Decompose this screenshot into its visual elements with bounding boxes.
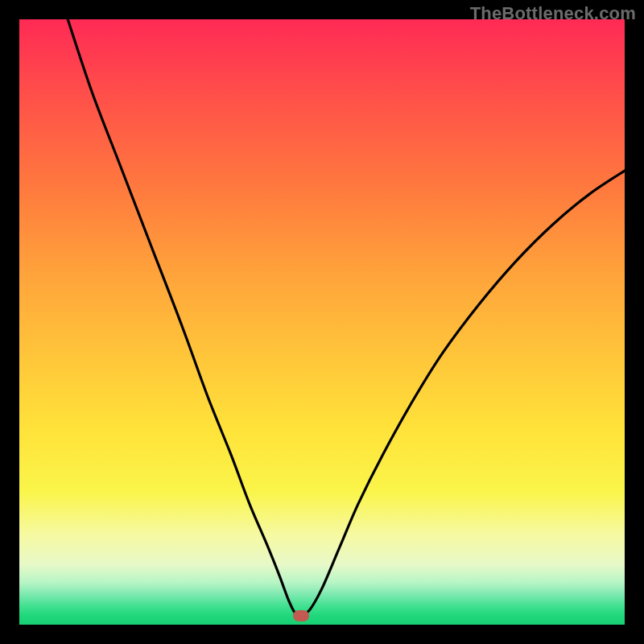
plot-area bbox=[19, 19, 625, 625]
chart-frame: TheBottleneck.com bbox=[0, 0, 644, 644]
optimal-point-marker bbox=[293, 610, 309, 621]
bottleneck-curve bbox=[19, 19, 625, 625]
